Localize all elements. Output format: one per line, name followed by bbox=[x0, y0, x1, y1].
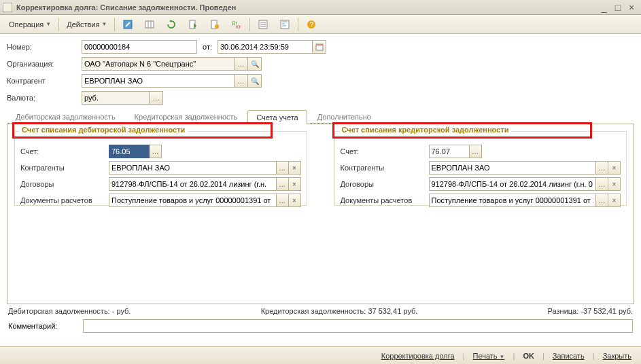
kontr-select-button[interactable]: … bbox=[235, 74, 248, 88]
kred-r-label: Документы расчетов bbox=[341, 196, 429, 204]
deb-r-label: Документы расчетов bbox=[20, 196, 109, 204]
kred-d-input[interactable] bbox=[429, 177, 597, 191]
tb-icon-1[interactable] bbox=[118, 17, 138, 32]
footer-close[interactable]: Закрыть bbox=[600, 350, 634, 362]
deb-d-select[interactable]: … bbox=[277, 177, 289, 191]
tb-icon-5[interactable] bbox=[205, 17, 225, 32]
tab-bar: Дебиторская задолженность Кредиторская з… bbox=[7, 109, 634, 124]
tab-debitor[interactable]: Дебиторская задолженность bbox=[7, 109, 124, 124]
footer-save[interactable]: Записать bbox=[550, 350, 587, 362]
kred-k-select[interactable]: … bbox=[596, 161, 608, 175]
kred-r-input[interactable] bbox=[429, 194, 597, 207]
tab-additional[interactable]: Дополнительно bbox=[309, 109, 380, 124]
operation-menu[interactable]: Операция▼ bbox=[4, 17, 56, 32]
kred-acc-label: Счет: bbox=[341, 147, 429, 156]
org-input[interactable] bbox=[82, 57, 235, 71]
kreditor-fieldset: Счет списания кредиторской задолженности… bbox=[334, 131, 627, 206]
tb-icon-dtkt[interactable]: ДтКт bbox=[226, 17, 247, 32]
tb-icon-list[interactable] bbox=[253, 17, 273, 32]
deb-acc-input[interactable] bbox=[109, 145, 150, 158]
valuta-label: Валюта: bbox=[7, 94, 82, 102]
minimize-button[interactable]: _ bbox=[597, 2, 611, 13]
kred-k-clear[interactable]: × bbox=[608, 161, 621, 175]
comment-label: Комментарий: bbox=[8, 322, 83, 330]
tb-icon-4[interactable] bbox=[183, 17, 203, 32]
org-label: Организация: bbox=[7, 60, 82, 68]
kred-d-clear[interactable]: × bbox=[608, 177, 621, 191]
deb-d-clear[interactable]: × bbox=[289, 177, 301, 191]
content-area: Номер: от: Организация: … 🔍 Контрагент …… bbox=[0, 34, 641, 340]
status-row: Дебиторская задолженность: - руб. Кредит… bbox=[7, 304, 634, 318]
comment-input[interactable] bbox=[83, 319, 633, 333]
kreditor-legend: Счет списания кредиторской задолженности bbox=[339, 126, 512, 134]
tab-panel-accounts: Счет списания дебиторской задолженности … bbox=[7, 124, 634, 304]
status-kred: Кредиторская задолженность: 37 532,41 ру… bbox=[261, 307, 418, 315]
deb-k-label: Контрагенты bbox=[20, 164, 109, 172]
kontr-input[interactable] bbox=[82, 74, 235, 88]
number-label: Номер: bbox=[7, 43, 82, 51]
kred-r-clear[interactable]: × bbox=[608, 194, 621, 207]
footer-ok[interactable]: OK bbox=[520, 350, 537, 362]
org-search-button[interactable]: 🔍 bbox=[248, 57, 262, 71]
status-deb: Дебиторская задолженность: - руб. bbox=[8, 307, 131, 315]
tb-icon-help[interactable]: ? bbox=[301, 17, 322, 32]
deb-k-clear[interactable]: × bbox=[289, 161, 301, 175]
deb-d-input[interactable] bbox=[109, 177, 277, 191]
svg-text:Кт: Кт bbox=[236, 24, 241, 29]
svg-rect-12 bbox=[316, 44, 323, 46]
tb-icon-refresh[interactable] bbox=[161, 17, 181, 32]
close-button[interactable]: × bbox=[625, 2, 638, 13]
deb-k-input[interactable] bbox=[109, 161, 277, 175]
kontr-search-button[interactable]: 🔍 bbox=[248, 74, 262, 88]
footer-korr[interactable]: Корректировка долга bbox=[379, 350, 457, 362]
deb-r-select[interactable]: … bbox=[277, 194, 289, 207]
deb-acc-select[interactable]: … bbox=[150, 145, 162, 158]
kred-d-label: Договоры bbox=[341, 180, 429, 188]
deb-k-select[interactable]: … bbox=[277, 161, 289, 175]
toolbar: Операция▼ Действия▼ ДтКт ? bbox=[0, 15, 641, 34]
svg-rect-1 bbox=[145, 21, 154, 28]
debitor-legend: Счет списания дебиторской задолженности bbox=[19, 126, 188, 134]
actions-menu[interactable]: Действия▼ bbox=[62, 17, 111, 32]
footer-bar: Корректировка долга | Печать ▼ | OK | За… bbox=[0, 346, 641, 364]
deb-r-input[interactable] bbox=[109, 194, 277, 207]
valuta-select-button[interactable]: … bbox=[150, 91, 163, 105]
window-title: Корректировка долга: Списание задолженно… bbox=[16, 3, 597, 12]
svg-text:?: ? bbox=[310, 21, 314, 29]
kontr-label: Контрагент bbox=[7, 77, 82, 85]
kred-r-select[interactable]: … bbox=[596, 194, 608, 207]
app-icon bbox=[3, 3, 12, 12]
kred-k-input[interactable] bbox=[429, 161, 597, 175]
kred-d-select[interactable]: … bbox=[596, 177, 608, 191]
tb-icon-struct[interactable] bbox=[275, 17, 295, 32]
deb-r-clear[interactable]: × bbox=[289, 194, 301, 207]
deb-d-label: Договоры bbox=[20, 180, 109, 188]
svg-point-4 bbox=[215, 24, 219, 29]
kred-k-label: Контрагенты bbox=[341, 164, 429, 172]
tb-icon-2[interactable] bbox=[139, 17, 160, 32]
kred-acc-select[interactable]: … bbox=[470, 145, 482, 158]
calendar-button[interactable] bbox=[313, 40, 326, 54]
title-bar: Корректировка долга: Списание задолженно… bbox=[0, 0, 641, 15]
deb-acc-label: Счет: bbox=[20, 147, 109, 156]
tab-kreditor[interactable]: Кредиторская задолженность bbox=[126, 109, 247, 124]
date-input[interactable] bbox=[218, 40, 313, 54]
number-input[interactable] bbox=[82, 40, 197, 54]
tab-accounts[interactable]: Счета учета bbox=[247, 110, 307, 124]
footer-print[interactable]: Печать ▼ bbox=[470, 350, 508, 362]
from-label: от: bbox=[197, 43, 218, 51]
status-diff: Разница: -37 532,41 руб. bbox=[548, 307, 633, 315]
maximize-button[interactable]: □ bbox=[611, 2, 625, 13]
kred-acc-input[interactable] bbox=[429, 145, 470, 158]
debitor-fieldset: Счет списания дебиторской задолженности … bbox=[14, 131, 307, 206]
valuta-input[interactable] bbox=[82, 91, 150, 105]
org-select-button[interactable]: … bbox=[235, 57, 248, 71]
